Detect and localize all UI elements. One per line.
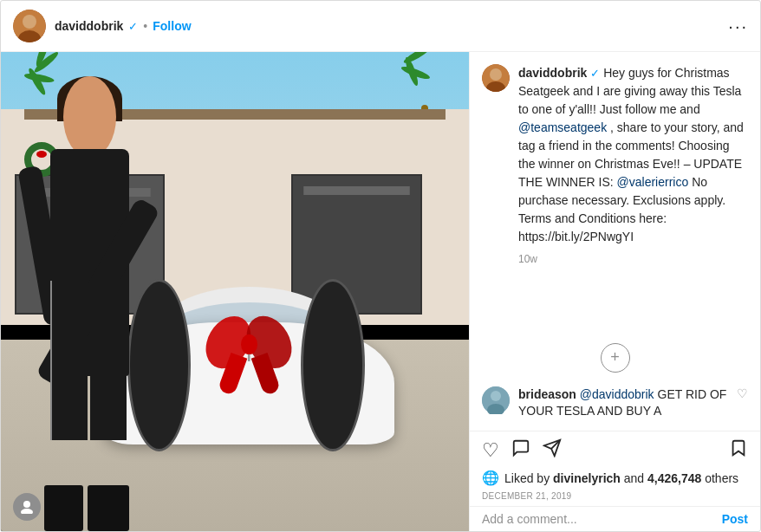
caption-username[interactable]: daviddobrik: [518, 66, 587, 80]
plus-icon: +: [610, 348, 620, 367]
caption-mention1[interactable]: @teamseatgeek: [518, 120, 607, 134]
add-comment-input[interactable]: [482, 512, 722, 526]
actions-row: ♡: [470, 431, 760, 466]
caption-verified: ✓: [590, 67, 600, 80]
more-options-button[interactable]: ···: [728, 17, 748, 35]
commenter-avatar[interactable]: [482, 386, 510, 414]
caption-mention2[interactable]: @valerierrico: [617, 175, 689, 189]
garage-door-right: [291, 174, 422, 315]
person-pants-left: [50, 281, 87, 440]
person-pants-right: [90, 281, 127, 440]
bookmark-button[interactable]: [729, 438, 748, 463]
caption-time: 10w: [518, 251, 748, 267]
post-date: DECEMBER 21, 2019: [470, 490, 760, 506]
heart-icon[interactable]: ♡: [737, 386, 748, 400]
verified-icon: ✓: [128, 20, 138, 33]
follow-button[interactable]: Follow: [153, 19, 191, 33]
red-bow: [191, 294, 307, 394]
commenter-mention[interactable]: @daviddobrik: [580, 387, 654, 401]
commenter-text: brideason @daviddobrik GET RID OF YOUR T…: [518, 386, 728, 420]
main-caption-comment: daviddobrik ✓ Hey guys for Christmas Sea…: [482, 64, 748, 267]
person-david: [24, 76, 155, 531]
header-avatar[interactable]: [13, 10, 46, 42]
load-more-button[interactable]: +: [601, 343, 630, 373]
likes-count: 4,426,748: [647, 471, 701, 485]
share-button[interactable]: [543, 438, 562, 463]
comments-area[interactable]: daviddobrik ✓ Hey guys for Christmas Sea…: [470, 52, 760, 329]
add-comment-row: Post: [470, 506, 760, 531]
likes-username[interactable]: divinelyrich: [553, 471, 621, 485]
likes-suffix: and: [624, 471, 647, 485]
likes-emoji: 🌐: [482, 470, 499, 486]
svg-point-6: [490, 68, 502, 81]
bow-center: [241, 334, 257, 354]
card-body: T: [1, 52, 760, 531]
svg-point-9: [491, 391, 501, 401]
comment-button[interactable]: [511, 438, 530, 463]
post-image: T: [1, 52, 469, 531]
instagram-card: daviddobrik ✓ • Follow ···: [0, 0, 761, 532]
header-info: daviddobrik ✓ • Follow: [55, 19, 719, 33]
likes-row: 🌐 Liked by divinelyrich and 4,426,748 ot…: [470, 466, 760, 490]
separator-dot: •: [143, 19, 147, 33]
likes-prefix: Liked by: [504, 471, 553, 485]
post-comment-button[interactable]: Post: [722, 512, 748, 526]
person-shoe-right: [88, 485, 129, 531]
load-more-section: +: [470, 329, 760, 386]
car-wheel-right: [301, 279, 365, 451]
post-right-panel: daviddobrik ✓ Hey guys for Christmas Sea…: [469, 52, 760, 531]
scene: T: [1, 52, 469, 531]
single-comment-row: brideason @daviddobrik GET RID OF YOUR T…: [470, 386, 760, 431]
svg-point-1: [23, 15, 36, 29]
svg-point-4: [21, 509, 33, 514]
svg-point-3: [23, 501, 30, 508]
current-user-icon[interactable]: [13, 493, 41, 521]
post-header: daviddobrik ✓ • Follow ···: [1, 1, 760, 52]
caption-avatar[interactable]: [482, 64, 510, 92]
caption-content: daviddobrik ✓ Hey guys for Christmas Sea…: [518, 64, 748, 267]
likes-text: Liked by divinelyrich and 4,426,748 othe…: [504, 471, 738, 485]
likes-count-suffix: others: [705, 471, 738, 485]
person-shoe-left: [44, 485, 83, 531]
header-username[interactable]: daviddobrik: [55, 19, 123, 33]
commenter-username[interactable]: brideason: [518, 387, 576, 401]
person-head: [63, 76, 115, 159]
avatar-image: [13, 10, 46, 42]
like-button[interactable]: ♡: [482, 439, 499, 462]
